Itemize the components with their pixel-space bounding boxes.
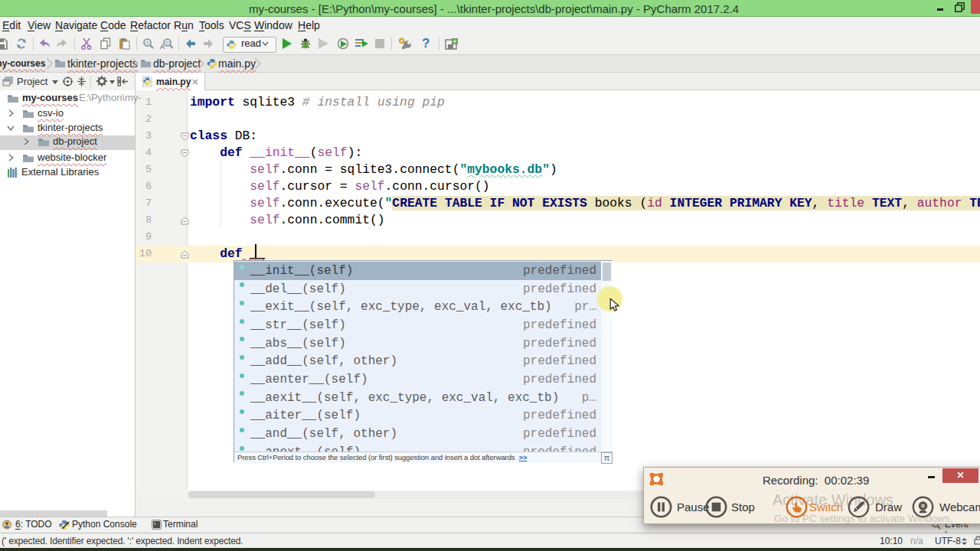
svg-text:A: A <box>160 43 165 50</box>
